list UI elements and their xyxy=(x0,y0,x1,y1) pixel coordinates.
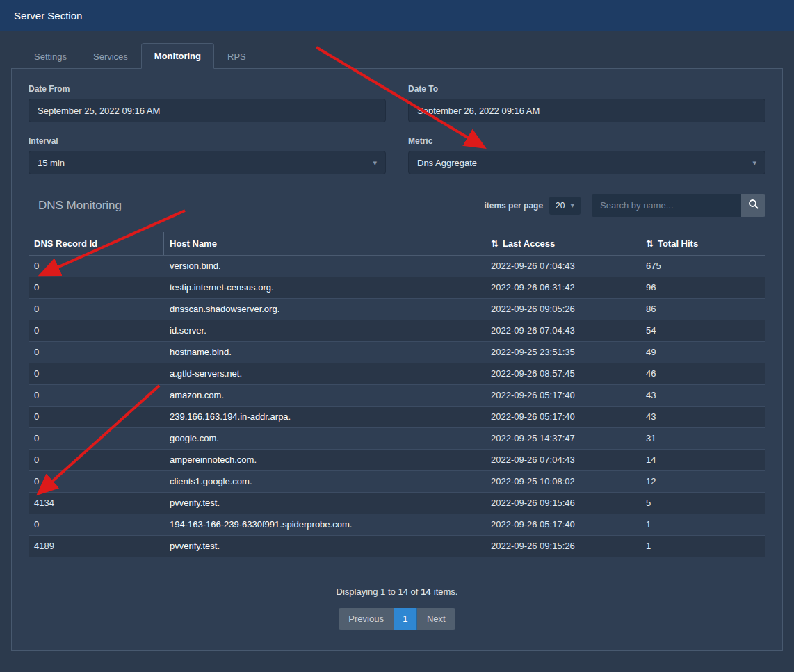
table-row: 0version.bind.2022-09-26 07:04:43675 xyxy=(29,256,765,277)
tab-services[interactable]: Services xyxy=(80,44,141,69)
table-cell: 2022-09-26 07:04:43 xyxy=(485,256,640,277)
table-row: 0hostname.bind.2022-09-25 23:51:3549 xyxy=(29,342,765,363)
metric-value: Dns Aggregate xyxy=(417,158,477,168)
table-cell: 0 xyxy=(29,514,164,535)
table-cell: 2022-09-26 08:57:45 xyxy=(485,363,640,384)
table-row: 0clients1.google.com.2022-09-25 10:08:02… xyxy=(29,471,765,493)
tab-settings[interactable]: Settings xyxy=(21,44,80,69)
table-cell: 0 xyxy=(29,299,164,320)
summary-prefix: Displaying 1 to 14 of xyxy=(337,587,419,597)
table-cell: 675 xyxy=(640,256,765,277)
search-input[interactable] xyxy=(592,194,741,217)
table-row: 4134pvverify.test.2022-09-26 09:15:465 xyxy=(29,493,765,514)
interval-select[interactable]: 15 min ▾ xyxy=(29,151,386,174)
table-cell: 43 xyxy=(640,385,765,406)
search-button[interactable] xyxy=(741,194,765,217)
search-icon xyxy=(748,199,759,212)
table-cell: 12 xyxy=(640,471,765,492)
table-row: 4189pvverify.test.2022-09-26 09:15:261 xyxy=(29,536,765,557)
table-row: 0dnsscan.shadowserver.org.2022-09-26 09:… xyxy=(29,299,765,320)
table-cell: 4134 xyxy=(29,493,164,514)
table-row: 0194-163-166-239-6330f991.spiderprobe.co… xyxy=(29,514,765,536)
table-cell: 0 xyxy=(29,320,164,341)
column-header-total-hits[interactable]: ⇅ Total Hits xyxy=(640,232,765,255)
table-cell: 0 xyxy=(29,363,164,384)
next-page-button[interactable]: Next xyxy=(417,608,455,630)
table-cell: 0 xyxy=(29,277,164,298)
table-cell: 43 xyxy=(640,407,765,427)
chevron-down-icon: ▾ xyxy=(752,158,756,167)
table-cell: 239.166.163.194.in-addr.arpa. xyxy=(164,407,485,427)
metric-label: Metric xyxy=(408,136,765,146)
table-row: 0ampereinnotech.com.2022-09-26 07:04:431… xyxy=(29,450,765,471)
chevron-down-icon: ▾ xyxy=(570,201,574,210)
column-label: Total Hits xyxy=(658,238,698,249)
summary-suffix: items. xyxy=(434,587,458,597)
interval-label: Interval xyxy=(29,136,386,146)
table-cell: 14 xyxy=(640,450,765,470)
table-cell: 86 xyxy=(640,299,765,320)
table-cell: amazon.com. xyxy=(164,385,485,406)
table-cell: 2022-09-26 05:17:40 xyxy=(485,407,640,427)
date-to-label: Date To xyxy=(408,84,765,94)
column-label: Host Name xyxy=(170,238,217,249)
table-cell: 5 xyxy=(640,493,765,514)
column-label: DNS Record Id xyxy=(34,238,97,249)
table-cell: 0 xyxy=(29,407,164,427)
table-cell: 2022-09-26 09:15:26 xyxy=(485,536,640,557)
table-cell: ampereinnotech.com. xyxy=(164,450,485,470)
column-header-dns-record-id[interactable]: DNS Record Id xyxy=(29,232,164,255)
table-row: 0testip.internet-census.org.2022-09-26 0… xyxy=(29,277,765,299)
table-cell: 2022-09-25 23:51:35 xyxy=(485,342,640,363)
table-cell: 0 xyxy=(29,342,164,363)
table-cell: google.com. xyxy=(164,428,485,449)
table-cell: 96 xyxy=(640,277,765,298)
page-title: Server Section xyxy=(14,10,82,22)
items-per-page-select[interactable]: 20 ▾ xyxy=(549,197,581,215)
table-body: 0version.bind.2022-09-26 07:04:436750tes… xyxy=(29,256,765,557)
chevron-down-icon: ▾ xyxy=(373,158,377,167)
date-to-input[interactable] xyxy=(408,99,765,122)
table-cell: hostname.bind. xyxy=(164,342,485,363)
table-row: 0google.com.2022-09-25 14:37:4731 xyxy=(29,428,765,450)
table-cell: 1 xyxy=(640,536,765,557)
table-cell: 0 xyxy=(29,385,164,406)
column-header-last-access[interactable]: ⇅ Last Access xyxy=(485,232,640,255)
date-to-field: Date To xyxy=(408,84,765,122)
table-cell: 31 xyxy=(640,428,765,449)
monitoring-panel: Date From Date To Interval 15 min ▾ Metr… xyxy=(11,68,783,651)
table-cell: 0 xyxy=(29,256,164,277)
table-cell: 46 xyxy=(640,363,765,384)
table-cell: 194-163-166-239-6330f991.spiderprobe.com… xyxy=(164,514,485,535)
table-cell: 2022-09-26 06:31:42 xyxy=(485,277,640,298)
table-controls: items per page 20 ▾ xyxy=(484,194,765,217)
table-cell: 2022-09-25 14:37:47 xyxy=(485,428,640,449)
items-per-page-label: items per page xyxy=(484,201,543,211)
table-cell: 2022-09-26 05:17:40 xyxy=(485,385,640,406)
table-cell: 2022-09-26 07:04:43 xyxy=(485,320,640,341)
table-cell: 2022-09-26 09:05:26 xyxy=(485,299,640,320)
previous-page-button[interactable]: Previous xyxy=(339,608,394,630)
table-cell: 2022-09-26 09:15:46 xyxy=(485,493,640,514)
column-header-host-name[interactable]: Host Name xyxy=(164,232,485,255)
page-1-button[interactable]: 1 xyxy=(394,608,417,630)
table-cell: 2022-09-26 07:04:43 xyxy=(485,450,640,470)
search-box xyxy=(592,194,765,217)
table-cell: id.server. xyxy=(164,320,485,341)
interval-field: Interval 15 min ▾ xyxy=(29,136,386,174)
table-cell: 0 xyxy=(29,428,164,449)
date-from-input[interactable] xyxy=(29,99,386,122)
tab-rps[interactable]: RPS xyxy=(214,44,259,69)
metric-select[interactable]: Dns Aggregate ▾ xyxy=(408,151,765,174)
table-cell: 0 xyxy=(29,450,164,470)
table-row: 0id.server.2022-09-26 07:04:4354 xyxy=(29,320,765,342)
table-cell: 1 xyxy=(640,514,765,535)
sort-icon: ⇅ xyxy=(491,238,499,249)
table-cell: clients1.google.com. xyxy=(164,471,485,492)
table-cell: 2022-09-26 05:17:40 xyxy=(485,514,640,535)
column-label: Last Access xyxy=(503,238,555,249)
sort-icon: ⇅ xyxy=(646,238,654,249)
tab-monitoring[interactable]: Monitoring xyxy=(141,43,214,69)
table-row: 0amazon.com.2022-09-26 05:17:4043 xyxy=(29,385,765,407)
table-cell: 0 xyxy=(29,471,164,492)
